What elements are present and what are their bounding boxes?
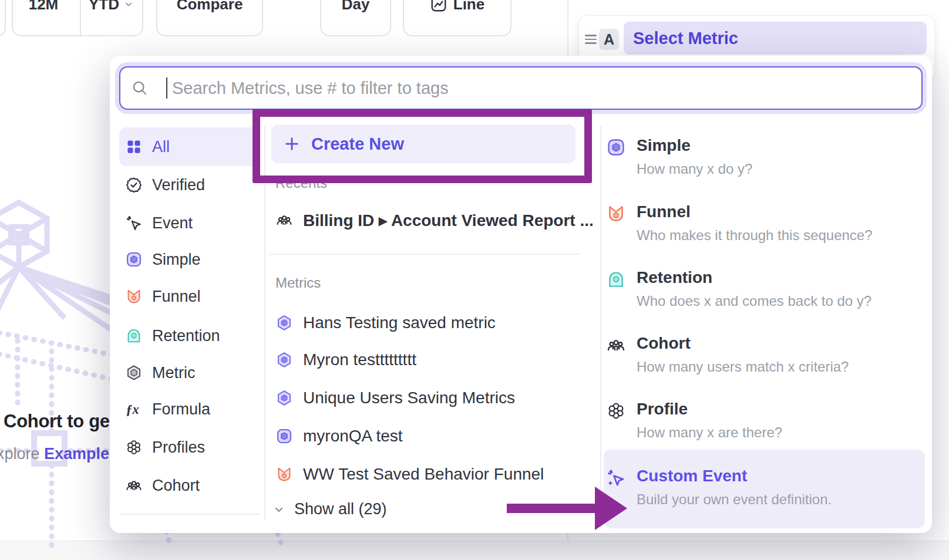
sidebar-item-event[interactable]: Event — [119, 207, 260, 239]
sidebar-divider — [119, 514, 260, 515]
metric-list-item[interactable]: Unique Users Saving Metrics — [275, 385, 578, 411]
profiles-flower-icon — [125, 438, 143, 456]
granularity-day-button[interactable]: Day — [320, 0, 391, 36]
type-desc: How many x are there? — [637, 424, 782, 441]
series-a-badge: A — [599, 29, 619, 50]
sidebar-label-formula: Formula — [152, 400, 210, 419]
series-a-label: A — [604, 31, 614, 48]
grid-icon — [125, 138, 143, 156]
metric-item-label: myronQA test — [303, 427, 403, 446]
custom-event-highlight — [604, 450, 925, 528]
search-icon — [131, 79, 149, 97]
compare-button[interactable]: Compare — [156, 0, 263, 36]
range-12m-label: 12M — [29, 0, 59, 14]
screen: 12M YTD Compare Day Line — [0, 0, 949, 560]
metric-hexagon-icon — [125, 364, 143, 382]
sidebar-item-tags[interactable]: Tags — [119, 525, 260, 533]
select-metric-label: Select Metric — [633, 29, 738, 48]
sidebar-label-verified: Verified — [152, 176, 205, 194]
annotation-arrow-shaft — [507, 504, 596, 513]
profiles-flower-icon — [606, 401, 626, 421]
formula-fx-icon: ƒx — [125, 400, 143, 418]
middle-divider — [270, 254, 580, 255]
sidebar-label-event: Event — [152, 214, 193, 232]
sidebar-item-verified[interactable]: Verified — [119, 168, 260, 201]
recent-item-billing[interactable]: Billing ID ▸ Account Viewed Report ... — [275, 207, 578, 233]
type-title: Simple — [637, 136, 691, 155]
metric-item-label: WW Test Saved Behavior Funnel — [303, 465, 544, 484]
search-input[interactable] — [171, 78, 921, 99]
metric-item-label: Unique Users Saving Metrics — [303, 389, 515, 407]
sidebar-item-formula[interactable]: ƒx Formula — [119, 393, 260, 426]
sidebar-item-cohort[interactable]: Cohort — [119, 469, 260, 502]
cohort-people-icon — [275, 211, 293, 229]
simple-hexagon-icon — [125, 251, 143, 268]
drag-handle-icon[interactable] — [585, 32, 597, 45]
annotation-arrow-head — [595, 487, 627, 530]
type-title: Custom Event — [637, 467, 747, 485]
cohort-people-icon — [606, 335, 626, 355]
compare-label: Compare — [177, 0, 243, 14]
modal-divider-sidebar — [264, 126, 265, 521]
retention-arch-icon — [606, 269, 626, 289]
sidebar-item-funnel[interactable]: Funnel — [119, 280, 260, 313]
funnel-icon — [275, 465, 293, 483]
toolbar-cutoff-button[interactable] — [0, 0, 6, 36]
type-title: Cohort — [637, 334, 691, 353]
sidebar-item-profiles[interactable]: Profiles — [119, 431, 260, 464]
sidebar-label-funnel: Funnel — [152, 288, 201, 306]
simple-hexagon-icon — [606, 137, 626, 157]
type-desc: How many users match x criteria? — [637, 359, 849, 375]
metric-item-label: Hans Testing saved metric — [303, 313, 496, 332]
date-range-segmented-control: 12M YTD — [12, 0, 143, 36]
select-metric-pill[interactable]: Select Metric — [624, 22, 927, 55]
metric-list-item[interactable]: Myron testtttttttt — [275, 347, 578, 373]
type-title: Funnel — [637, 203, 691, 221]
metrics-section-label: Metrics — [275, 275, 321, 291]
show-all-toggle[interactable]: Show all (29) — [272, 500, 387, 518]
metric-item-label: Myron testtttttttt — [303, 350, 416, 369]
sidebar-item-metric[interactable]: Metric — [119, 356, 260, 389]
metric-list-item[interactable]: Hans Testing saved metric — [275, 310, 578, 336]
sidebar-label-simple: Simple — [152, 251, 201, 269]
sidebar-label-retention: Retention — [152, 327, 220, 345]
retention-arch-icon — [125, 327, 143, 345]
range-12m-button[interactable]: 12M — [13, 0, 74, 35]
explore-prefix-text: xplore — [0, 445, 40, 463]
day-label: Day — [342, 0, 370, 14]
modal-divider-types — [600, 126, 601, 521]
empty-state-headline-fragment: r Cohort to ge — [0, 411, 110, 432]
sidebar-item-all[interactable]: All — [119, 127, 260, 166]
verified-badge-icon — [125, 176, 143, 194]
range-ytd-label: YTD — [89, 0, 119, 14]
headline-text: r Cohort to ge — [0, 411, 110, 431]
type-title: Profile — [637, 400, 688, 419]
saved-metric-hexagon-icon — [275, 389, 293, 407]
chevron-down-icon — [123, 0, 134, 10]
simple-hexagon-icon — [275, 427, 293, 445]
metric-list-item[interactable]: WW Test Saved Behavior Funnel — [275, 461, 578, 487]
line-chart-icon — [430, 0, 447, 13]
sidebar-label-profiles: Profiles — [152, 438, 205, 457]
empty-state-explore-line: xplore Example R — [0, 445, 125, 463]
range-ytd-button[interactable]: YTD — [80, 0, 142, 35]
svg-text:ƒx: ƒx — [126, 402, 139, 417]
type-desc: Build your own event definition. — [637, 491, 832, 508]
sidebar-label-metric: Metric — [152, 364, 196, 382]
sidebar-label-all: All — [152, 138, 170, 156]
sidebar-item-simple[interactable]: Simple — [119, 243, 260, 276]
chevron-down-icon — [272, 502, 286, 517]
annotation-highlight-box — [253, 109, 592, 183]
funnel-icon — [125, 288, 143, 305]
type-desc: How many x do y? — [637, 161, 752, 177]
cohort-people-icon — [125, 477, 143, 494]
metric-list-item[interactable]: myronQA test — [275, 423, 578, 449]
custom-event-sparkle-icon — [606, 468, 626, 488]
sidebar-item-retention[interactable]: Retention — [119, 319, 260, 352]
sidebar-label-cohort: Cohort — [152, 477, 200, 495]
saved-metric-hexagon-icon — [275, 351, 293, 369]
chart-type-line-button[interactable]: Line — [403, 0, 511, 36]
type-desc: Who makes it through this sequence? — [637, 227, 873, 244]
text-caret — [166, 77, 167, 99]
funnel-icon — [606, 204, 626, 224]
